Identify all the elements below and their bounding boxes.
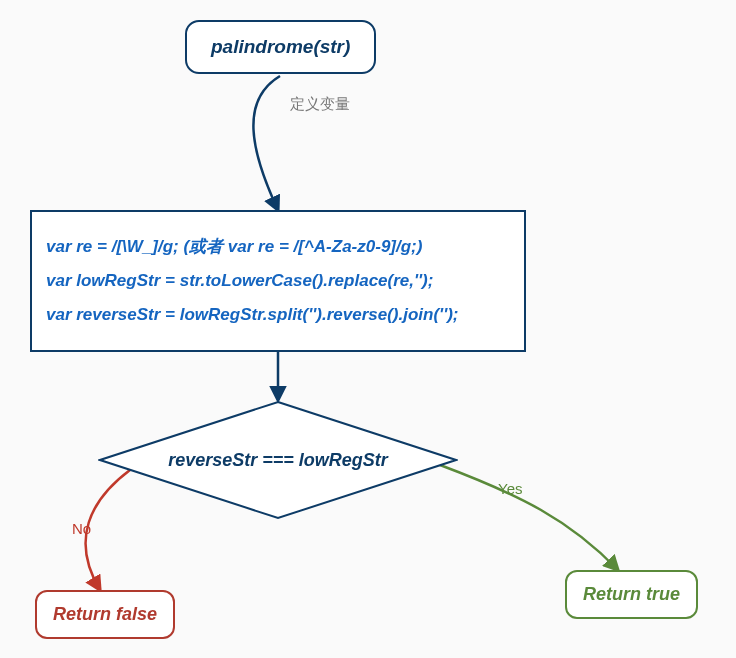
process-line-3: var reverseStr = lowRegStr.split('').rev… xyxy=(46,298,510,332)
edge-label-yes: Yes xyxy=(498,480,522,497)
node-return-false: Return false xyxy=(35,590,175,639)
flowchart-canvas: palindrome(str) 定义变量 var re = /[\W_]/g; … xyxy=(0,0,736,658)
edge-label-no: No xyxy=(72,520,91,537)
edge-decision-true xyxy=(440,465,618,570)
return-false-label: Return false xyxy=(53,604,157,624)
edge-start-process xyxy=(253,76,280,210)
return-true-label: Return true xyxy=(583,584,680,604)
edge-label-define: 定义变量 xyxy=(290,95,350,114)
decision-label: reverseStr === lowRegStr xyxy=(168,450,388,471)
process-line-2: var lowRegStr = str.toLowerCase().replac… xyxy=(46,264,510,298)
process-line-1: var re = /[\W_]/g; (或者 var re = /[^A-Za-… xyxy=(46,230,510,264)
node-process: var re = /[\W_]/g; (或者 var re = /[^A-Za-… xyxy=(30,210,526,352)
node-start: palindrome(str) xyxy=(185,20,376,74)
node-return-true: Return true xyxy=(565,570,698,619)
start-label: palindrome(str) xyxy=(211,36,350,57)
node-decision: reverseStr === lowRegStr xyxy=(98,400,458,520)
